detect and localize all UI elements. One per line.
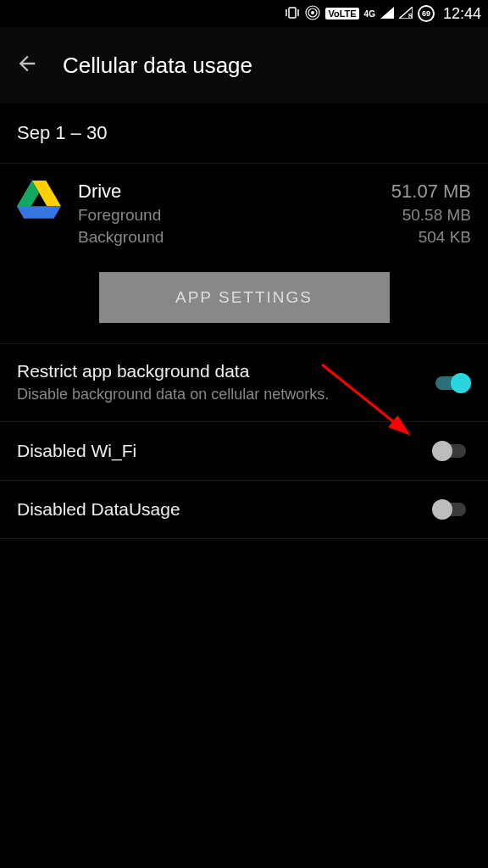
background-label: Background — [78, 228, 164, 247]
wifi-title: Disabled Wi_Fi — [17, 441, 432, 461]
battery-icon: 69 — [418, 5, 435, 22]
page-title: Cellular data usage — [63, 53, 252, 79]
signal-icon — [380, 7, 394, 21]
svg-text:R: R — [408, 13, 413, 19]
restrict-subtitle: Disable background data on cellular netw… — [17, 385, 432, 404]
svg-marker-11 — [17, 206, 61, 219]
status-bar: VoLTE 4G R 69 12:44 — [0, 0, 488, 27]
wifi-toggle[interactable] — [432, 439, 471, 463]
disabled-data-usage-item[interactable]: Disabled DataUsage — [0, 481, 488, 539]
vibrate-icon — [285, 7, 300, 21]
foreground-value: 50.58 MB — [402, 206, 471, 225]
svg-point-3 — [311, 11, 314, 14]
back-arrow-icon[interactable] — [15, 52, 39, 79]
volte-badge: VoLTE — [325, 8, 358, 19]
app-header: Cellular data usage — [0, 27, 488, 103]
hotspot-icon — [305, 5, 320, 23]
svg-rect-0 — [289, 8, 296, 18]
signal-roaming-icon: R — [399, 7, 413, 21]
app-settings-button[interactable]: APP SETTINGS — [99, 272, 390, 323]
foreground-label: Foreground — [78, 206, 161, 225]
svg-marker-6 — [380, 7, 394, 19]
background-value: 504 KB — [419, 228, 471, 247]
app-total-usage: 51.07 MB — [391, 181, 471, 203]
status-clock: 12:44 — [443, 5, 481, 23]
network-4g-label: 4G — [364, 10, 375, 18]
data-title: Disabled DataUsage — [17, 499, 432, 520]
restrict-title: Restrict app background data — [17, 361, 432, 381]
restrict-background-data-item[interactable]: Restrict app background data Disable bac… — [0, 344, 488, 422]
data-toggle[interactable] — [432, 498, 471, 521]
app-name: Drive — [78, 181, 121, 203]
restrict-toggle[interactable] — [432, 371, 471, 395]
date-range[interactable]: Sep 1 – 30 — [0, 103, 488, 164]
disabled-wifi-item[interactable]: Disabled Wi_Fi — [0, 422, 488, 481]
app-usage-section: Drive 51.07 MB Foreground 50.58 MB Backg… — [0, 164, 488, 255]
google-drive-icon — [17, 181, 61, 225]
